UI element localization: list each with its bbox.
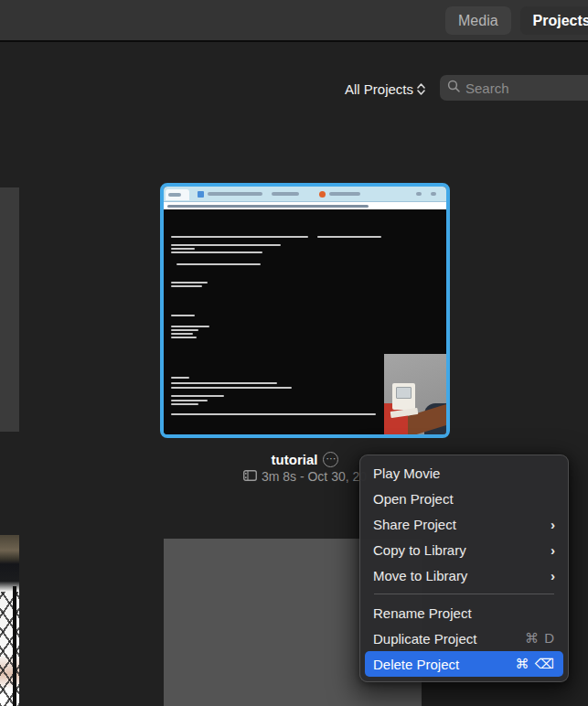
selected-project-thumbnail[interactable] (160, 183, 450, 438)
menu-item-label: Copy to Library (373, 542, 466, 558)
film-frame-icon (243, 469, 257, 484)
menu-item-duplicate-project[interactable]: Duplicate Project⌘ D (365, 626, 563, 651)
more-options-button[interactable]: ⋯ (323, 452, 338, 467)
project-duration-date: 3m 8s - Oct 30, 20 (262, 469, 367, 484)
menu-item-label: Rename Project (373, 605, 472, 621)
menu-item-move-to-library[interactable]: Move to Library› (365, 562, 563, 588)
project-title: tutorial (272, 452, 318, 467)
media-projects-segmented-control: Media Projects (445, 6, 588, 35)
chevron-right-icon: › (551, 542, 555, 558)
menu-item-delete-project[interactable]: Delete Project⌘ ⌫ (365, 651, 563, 677)
menu-item-label: Move to Library (373, 568, 467, 583)
menu-item-label: Duplicate Project (373, 631, 476, 647)
project-thumbnail-partial-left[interactable] (0, 187, 19, 432)
menu-item-label: Open Project (373, 491, 454, 507)
thumbnail-browser-urlbar (164, 201, 446, 209)
menu-item-label: Play Movie (373, 465, 440, 481)
tab-media[interactable]: Media (445, 6, 511, 35)
imovie-projects-view: Media Projects All Projects (0, 0, 588, 706)
search-input[interactable] (465, 80, 566, 96)
all-projects-filter[interactable]: All Projects (345, 77, 425, 101)
all-projects-filter-label: All Projects (345, 81, 413, 97)
menu-item-label: Delete Project (373, 657, 459, 672)
tab-projects[interactable]: Projects (520, 6, 588, 35)
menu-separator (374, 594, 554, 594)
menu-item-rename-project[interactable]: Rename Project (365, 600, 563, 626)
project-thumbnail-partial-photo[interactable] (0, 535, 19, 706)
thumbnail-tab-favicon-orange (319, 191, 326, 198)
menu-item-shortcut: ⌘ D (525, 630, 555, 647)
project-context-menu: Play MovieOpen ProjectShare Project›Copy… (359, 455, 569, 682)
thumbnail-tab-favicon-blue (198, 191, 204, 198)
menu-item-play-movie[interactable]: Play Movie (365, 460, 563, 486)
menu-item-open-project[interactable]: Open Project (365, 486, 563, 511)
top-toolbar: Media Projects (0, 0, 588, 42)
menu-item-shortcut: ⌘ ⌫ (516, 656, 555, 672)
up-down-chevrons-icon (417, 83, 425, 95)
menu-item-share-project[interactable]: Share Project› (365, 511, 563, 537)
search-field[interactable] (440, 75, 588, 101)
menu-item-label: Share Project (373, 517, 456, 532)
tab-projects-label: Projects (533, 13, 588, 29)
webcam-vintage-computer (392, 383, 415, 410)
search-icon (447, 80, 460, 96)
tab-media-label: Media (458, 13, 498, 29)
menu-item-copy-to-library[interactable]: Copy to Library› (365, 537, 563, 562)
thumbnail-webcam-overlay (384, 354, 446, 434)
chevron-right-icon: › (551, 517, 555, 532)
chevron-right-icon: › (551, 568, 555, 583)
thumbnail-browser-tabbar (164, 187, 446, 201)
window-frame-decoration (13, 586, 16, 706)
